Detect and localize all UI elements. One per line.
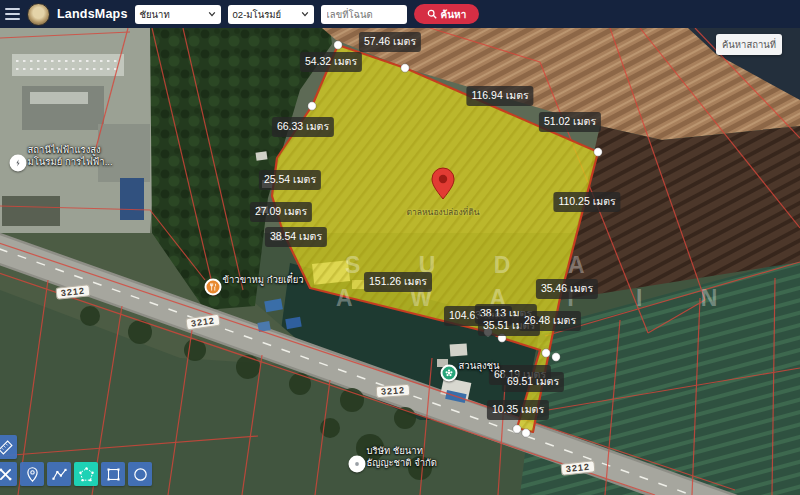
chevron-down-icon	[301, 10, 309, 18]
measurement-label: 54.32 เมตร	[300, 52, 362, 72]
measurement-label: 25.54 เมตร	[259, 170, 321, 190]
pin-tool[interactable]	[20, 462, 44, 486]
chevron-down-icon	[208, 10, 216, 18]
pin-place-label: ตาลหนองปล่องที่ดิน	[407, 205, 480, 219]
measurement-label: 38.54 เมตร	[265, 227, 327, 247]
hamburger-menu-icon[interactable]	[5, 8, 20, 20]
road-badge: 3212	[376, 384, 411, 398]
park-icon[interactable]	[441, 365, 458, 382]
measurement-label: 66.33 เมตร	[272, 117, 334, 137]
measurement-label: 51.02 เมตร	[539, 112, 601, 132]
map-container: S U D A A W A T I N ตาลหนองปล่องที่ดิน ค…	[0, 28, 800, 495]
deed-number-input[interactable]	[321, 5, 407, 24]
poi-label: สวนลุงชุน	[459, 360, 500, 372]
measurement-label: 35.46 เมตร	[536, 279, 598, 299]
edit-tools-tool[interactable]	[0, 462, 17, 486]
poi-label: สถานีไฟฟ้าแรงสูงมโนรมย์ การไฟฟ้า...	[28, 144, 113, 168]
measurement-label: 110.25 เมตร	[553, 192, 620, 212]
polygon-measure-tool[interactable]	[74, 462, 98, 486]
circle-select-tool[interactable]	[128, 462, 152, 486]
building-icon[interactable]	[349, 456, 366, 473]
place-search-tooltip[interactable]: ค้นหาสถานที่	[716, 34, 782, 55]
search-button[interactable]: ค้นหา	[414, 4, 480, 24]
company-poi[interactable]: บริษัท ชัยนาทธัญญะชาติ จำกัด	[349, 456, 366, 473]
measurement-label: 26.48 เมตร	[519, 311, 581, 331]
brand-name: LandsMaps	[57, 7, 128, 21]
substation-area	[0, 28, 165, 233]
measurement-label: 69.51 เมตร	[502, 372, 564, 392]
rectangle-select-tool[interactable]	[101, 462, 125, 486]
province-select[interactable]: ชัยนาท	[135, 5, 221, 24]
restaurant-icon[interactable]	[205, 279, 222, 296]
app-logo	[27, 3, 50, 26]
measurement-label: 151.26 เมตร	[364, 272, 432, 292]
park-poi[interactable]: สวนลุงชุน	[441, 365, 458, 382]
poi-label: บริษัท ชัยนาทธัญญะชาติ จำกัด	[367, 445, 438, 469]
polyline-measure-tool[interactable]	[47, 462, 71, 486]
measurement-label: 116.94 เมตร	[466, 86, 533, 106]
measurement-label: 10.35 เมตร	[487, 400, 549, 420]
district-select[interactable]: 02-มโนรมย์	[228, 5, 314, 24]
district-select-value: 02-มโนรมย์	[233, 7, 282, 22]
restaurant-poi[interactable]: ข้าวขาหมู ก๋วยเตี๋ยว	[205, 279, 222, 296]
search-button-label: ค้นหา	[441, 7, 467, 22]
landsmaps-app: LandsMaps ชัยนาท 02-มโนรมย์ ค้นหา	[0, 0, 800, 495]
poi-label: ข้าวขาหมู ก๋วยเตี๋ยว	[223, 274, 304, 286]
search-icon	[427, 9, 437, 19]
power-icon[interactable]	[10, 155, 27, 172]
top-bar: LandsMaps ชัยนาท 02-มโนรมย์ ค้นหา	[0, 0, 800, 28]
province-select-value: ชัยนาท	[140, 7, 170, 22]
measurement-label: 57.46 เมตร	[359, 32, 421, 52]
substation-poi[interactable]: สถานีไฟฟ้าแรงสูงมโนรมย์ การไฟฟ้า...	[10, 155, 27, 172]
measurement-label: 27.09 เมตร	[250, 202, 312, 222]
ruler-tool[interactable]	[0, 435, 17, 459]
